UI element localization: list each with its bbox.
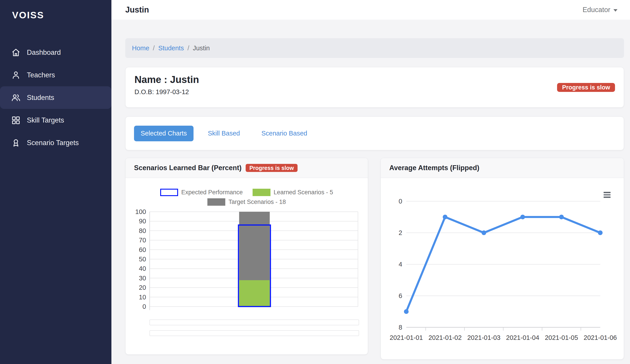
main-area: Justin Educator Home/Students/Justin Nam…: [112, 0, 630, 364]
user-menu-trigger[interactable]: Educator: [582, 6, 618, 14]
svg-text:2021-01-02: 2021-01-02: [428, 334, 462, 341]
empty-strip: [150, 320, 359, 325]
line-chart-card: Average Attempts (Flipped) 024682021-01-…: [380, 158, 624, 360]
legend-swatch-target-scenarios---18: [208, 198, 225, 206]
svg-text:2021-01-01: 2021-01-01: [390, 334, 423, 341]
legend-item: Target Scenarios - 18: [208, 198, 286, 206]
student-card: Name : Justin D.O.B: 1997-03-12 Progress…: [125, 67, 624, 107]
svg-text:2: 2: [399, 229, 402, 236]
menu-bar: [604, 194, 610, 196]
app-logo: VOISS: [0, 0, 112, 20]
svg-text:40: 40: [139, 265, 146, 272]
chevron-down-icon: [614, 9, 618, 12]
charts-row: Scenarios Learned Bar (Percent) Progress…: [125, 158, 624, 360]
bar-chart-legend: Expected PerformanceLearned Scenarios - …: [126, 189, 368, 206]
line-chart-plot: 024682021-01-012021-01-022021-01-032021-…: [381, 178, 624, 355]
legend-label: Learned Scenarios - 5: [274, 189, 333, 196]
progress-badge: Progress is slow: [557, 83, 615, 92]
sidebar-item-students[interactable]: Students: [0, 86, 112, 109]
bar-chart-svg: 0102030405060708090100: [126, 207, 368, 312]
student-dob: D.O.B: 1997-03-12: [134, 88, 624, 96]
svg-text:2021-01-05: 2021-01-05: [545, 334, 578, 341]
people-icon: [11, 93, 21, 103]
legend-swatch-learned-scenarios---5: [252, 189, 270, 196]
tab-selected-charts[interactable]: Selected Charts: [134, 126, 194, 141]
breadcrumb: Home/Students/Justin: [125, 38, 624, 58]
svg-text:0: 0: [399, 198, 402, 205]
svg-text:10: 10: [139, 294, 146, 301]
page-title: Justin: [125, 5, 149, 14]
sidebar: VOISS DashboardTeachersStudentsSkill Tar…: [0, 0, 112, 364]
chart-menu-button[interactable]: [603, 191, 612, 199]
breadcrumb-current: Justin: [193, 44, 210, 52]
sidebar-item-label: Dashboard: [27, 48, 61, 56]
menu-bar: [604, 197, 610, 198]
legend-item: Learned Scenarios - 5: [252, 189, 333, 196]
legend-label: Expected Performance: [181, 189, 243, 196]
bar-chart-body: Expected PerformanceLearned Scenarios - …: [126, 189, 368, 336]
sidebar-item-dashboard[interactable]: Dashboard: [0, 41, 112, 64]
sidebar-item-teachers[interactable]: Teachers: [0, 64, 112, 86]
svg-text:100: 100: [135, 208, 146, 215]
sidebar-item-label: Students: [27, 94, 54, 102]
bar-chart-title: Scenarios Learned Bar (Percent): [134, 164, 242, 172]
svg-text:2021-01-06: 2021-01-06: [584, 334, 617, 341]
grid-icon: [11, 115, 21, 125]
breadcrumb-link-students[interactable]: Students: [158, 44, 184, 52]
chart-tabs: Selected ChartsSkill BasedScenario Based: [125, 116, 624, 150]
user-menu-label: Educator: [582, 6, 610, 14]
line-chart-title: Average Attempts (Flipped): [389, 164, 479, 172]
empty-strip: [150, 330, 359, 336]
sidebar-item-scenario-targets[interactable]: Scenario Targets: [0, 131, 112, 154]
legend-row: Target Scenarios - 18: [126, 198, 368, 206]
svg-text:70: 70: [139, 237, 146, 244]
home-icon: [11, 47, 21, 58]
svg-text:80: 80: [139, 227, 146, 234]
legend-swatch-expected-performance: [160, 189, 178, 196]
line-chart-svg: 024682021-01-012021-01-022021-01-032021-…: [381, 178, 624, 355]
sidebar-item-label: Teachers: [27, 71, 55, 79]
line-chart-body: 024682021-01-012021-01-022021-01-032021-…: [381, 178, 624, 355]
legend-item: Expected Performance: [160, 189, 243, 196]
legend-label: Target Scenarios - 18: [228, 199, 286, 205]
award-icon: [11, 138, 21, 148]
breadcrumb-separator: /: [153, 44, 154, 52]
sidebar-item-skill-targets[interactable]: Skill Targets: [0, 109, 112, 131]
app-root: VOISS DashboardTeachersStudentsSkill Tar…: [0, 0, 630, 364]
tab-scenario-based[interactable]: Scenario Based: [254, 130, 314, 137]
svg-text:6: 6: [399, 292, 402, 299]
breadcrumb-separator: /: [188, 44, 189, 52]
svg-text:60: 60: [139, 246, 146, 253]
svg-text:8: 8: [399, 324, 402, 331]
page-header: Justin Educator: [112, 0, 630, 20]
svg-text:0: 0: [142, 303, 146, 310]
svg-text:30: 30: [139, 275, 146, 282]
bar-chart-plot: 0102030405060708090100: [126, 207, 368, 312]
line-chart-header: Average Attempts (Flipped): [381, 158, 624, 178]
person-icon: [11, 70, 21, 80]
bar-chart-card: Scenarios Learned Bar (Percent) Progress…: [125, 158, 368, 355]
sidebar-item-label: Skill Targets: [27, 116, 64, 124]
student-name: Name : Justin: [134, 74, 624, 85]
sidebar-nav: DashboardTeachersStudentsSkill TargetsSc…: [0, 41, 112, 154]
sidebar-item-label: Scenario Targets: [27, 139, 79, 147]
legend-row: Expected PerformanceLearned Scenarios - …: [126, 189, 368, 196]
svg-text:4: 4: [399, 261, 402, 268]
tab-skill-based[interactable]: Skill Based: [201, 130, 247, 137]
breadcrumb-link-home[interactable]: Home: [132, 44, 149, 52]
svg-text:50: 50: [139, 256, 146, 263]
svg-text:2021-01-04: 2021-01-04: [506, 334, 539, 341]
svg-text:90: 90: [139, 218, 146, 225]
svg-text:20: 20: [139, 284, 146, 291]
bar-chart-header: Scenarios Learned Bar (Percent) Progress…: [126, 158, 368, 178]
content: Home/Students/Justin Name : Justin D.O.B…: [112, 20, 630, 360]
svg-text:2021-01-03: 2021-01-03: [467, 334, 500, 341]
menu-bar: [604, 192, 610, 193]
bar-chart-badge: Progress is slow: [246, 164, 298, 172]
